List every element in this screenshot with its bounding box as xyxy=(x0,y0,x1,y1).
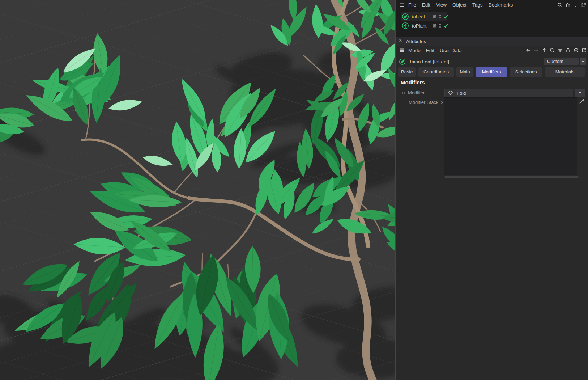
viewport-scene[interactable] xyxy=(0,0,395,380)
om-menu-tags[interactable]: Tags xyxy=(472,2,483,8)
enabled-check-icon[interactable] xyxy=(443,23,449,29)
tab-materials[interactable]: Materials xyxy=(545,67,585,77)
om-menu-edit[interactable]: Edit xyxy=(422,2,430,8)
object-row-toplant[interactable]: toPlant xyxy=(402,21,450,30)
popout-icon[interactable] xyxy=(581,47,587,54)
object-row-toleaf[interactable]: toLeaf xyxy=(402,12,450,21)
tab-selections[interactable]: Selections xyxy=(510,67,542,77)
panel-splitter[interactable] xyxy=(444,176,579,178)
home-icon[interactable] xyxy=(564,2,571,8)
texture-tag-icon[interactable] xyxy=(432,14,437,19)
attr-menu-edit[interactable]: Edit xyxy=(426,48,434,53)
attributes-menu-icon[interactable] xyxy=(399,47,405,54)
object-manager-menu-icon[interactable] xyxy=(399,2,405,8)
fold-icon xyxy=(448,90,453,96)
search-icon[interactable] xyxy=(549,47,555,54)
enabled-check-icon[interactable] xyxy=(443,14,449,20)
modifier-dropdown[interactable]: Fold xyxy=(444,89,573,97)
tree-line xyxy=(400,14,400,26)
lock-icon[interactable] xyxy=(565,47,571,54)
forward-arrow-icon[interactable] xyxy=(533,47,540,54)
filter-icon[interactable] xyxy=(572,2,579,8)
chevron-right-icon xyxy=(440,100,444,105)
modifier-stack-textarea[interactable] xyxy=(444,97,577,175)
preset-dropdown-arrow[interactable] xyxy=(580,58,586,65)
back-arrow-icon[interactable] xyxy=(525,47,532,54)
attributes-menubar: Mode Edit User Data xyxy=(396,46,588,55)
modifier-stack-label: Modifier Stack xyxy=(409,100,438,105)
application-window: File Edit View Object Tags Bookmarks xyxy=(0,0,588,380)
filter-icon[interactable] xyxy=(557,47,563,54)
close-icon[interactable] xyxy=(398,38,402,42)
up-arrow-icon[interactable] xyxy=(541,47,547,54)
leaf-object-icon xyxy=(402,13,409,20)
modifier-dropdown-arrow[interactable] xyxy=(575,89,585,97)
attr-menu-mode[interactable]: Mode xyxy=(408,48,421,53)
plant-object-icon xyxy=(402,22,409,29)
diamond-icon[interactable] xyxy=(401,91,406,95)
visibility-dots-icon[interactable] xyxy=(438,23,442,29)
om-menu-file[interactable]: File xyxy=(408,2,416,8)
tab-main[interactable]: Main xyxy=(456,67,473,77)
texture-tag-icon[interactable] xyxy=(432,23,437,28)
object-name: toLeaf xyxy=(412,14,432,20)
preset-dropdown[interactable]: Custom xyxy=(544,58,579,65)
om-menu-bookmarks[interactable]: Bookmarks xyxy=(489,2,513,8)
attribute-tabs: Basic Coordinates Main Modifiers Selecti… xyxy=(398,67,585,77)
viewport-3d[interactable] xyxy=(0,0,395,380)
attributes-panel: Attributes Mode Edit User Data xyxy=(396,37,588,380)
target-icon[interactable] xyxy=(573,47,579,54)
object-name: toPlant xyxy=(412,23,432,29)
attributes-header: Attributes xyxy=(396,37,588,46)
modifier-stack-row[interactable]: Modifier Stack xyxy=(409,100,444,105)
attr-menu-userdata[interactable]: User Data xyxy=(440,48,462,53)
right-panel: File Edit View Object Tags Bookmarks xyxy=(396,0,588,380)
tab-coordinates[interactable]: Coordinates xyxy=(418,67,454,77)
tab-modifiers[interactable]: Modifiers xyxy=(476,67,507,77)
tab-basic[interactable]: Basic xyxy=(398,67,416,77)
object-title: Taiao Leaf [toLeaf] xyxy=(409,59,449,64)
om-menu-object[interactable]: Object xyxy=(452,2,466,8)
edit-pencil-icon[interactable] xyxy=(579,98,585,105)
search-icon[interactable] xyxy=(557,2,563,8)
attributes-title: Attributes xyxy=(406,39,426,44)
om-menu-view[interactable]: View xyxy=(436,2,447,8)
object-manager-menubar: File Edit View Object Tags Bookmarks xyxy=(396,0,588,10)
section-title: Modifiers xyxy=(401,79,425,85)
modifier-label: Modifier xyxy=(408,90,425,96)
object-manager: File Edit View Object Tags Bookmarks xyxy=(396,0,588,37)
modifier-value: Fold xyxy=(457,90,466,96)
popout-icon[interactable] xyxy=(580,2,587,8)
visibility-dots-icon[interactable] xyxy=(438,14,442,20)
leaf-object-icon xyxy=(399,58,406,65)
modifier-label-row: Modifier xyxy=(401,90,425,96)
